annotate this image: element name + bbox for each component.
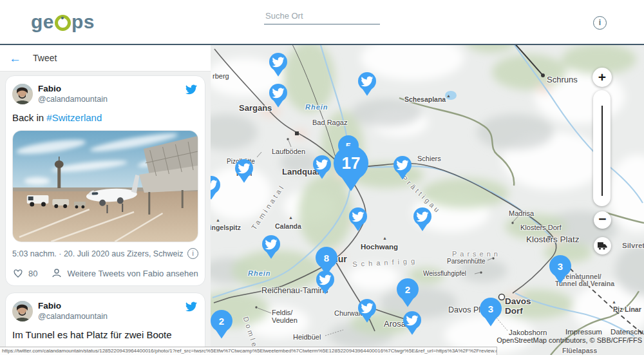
twitter-pin-marker[interactable]	[349, 207, 367, 231]
tweet-text: Im Tunnel es hat Platz für zwei Boote	[12, 329, 198, 341]
map-markers: 51782332	[211, 45, 644, 355]
sidebar-title: Tweet	[33, 53, 57, 63]
twitter-pin-marker[interactable]	[313, 155, 331, 179]
zoom-in-button[interactable]: +	[592, 68, 612, 87]
person-icon	[51, 267, 62, 279]
twitter-pin-marker[interactable]	[403, 311, 421, 335]
cluster-count: 2	[219, 316, 224, 327]
zoom-slider-track	[601, 106, 603, 196]
twitter-bird-icon[interactable]	[184, 84, 198, 95]
info-icon[interactable]: i	[593, 16, 607, 30]
heart-icon[interactable]	[12, 267, 24, 279]
train-layer-button[interactable]	[594, 237, 611, 254]
tweet-author-handle[interactable]: @calandamountain	[38, 312, 184, 322]
cluster-marker[interactable]: 3	[549, 255, 571, 284]
cluster-marker[interactable]: 17	[334, 146, 368, 191]
avatar	[12, 301, 33, 321]
cluster-count: 2	[405, 284, 410, 295]
cluster-count: 3	[558, 261, 563, 272]
impressum-link[interactable]: Impressum	[565, 328, 602, 336]
geops-map-app: rbergSargansRheinBad RagazSchrunsSchesap…	[0, 0, 644, 355]
browser-status-bar: https://twitter.com/calandamountain/stat…	[0, 347, 497, 355]
twitter-pin-marker[interactable]	[235, 159, 253, 183]
cluster-marker[interactable]: 2	[211, 310, 232, 339]
logo-text-ps: ps	[71, 10, 95, 34]
zoom-out-button[interactable]: −	[594, 211, 611, 229]
hashtag-link[interactable]: #Switzerland	[46, 112, 102, 123]
twitter-pin-marker[interactable]	[358, 299, 376, 323]
datenschutz-link[interactable]: Datenschutz	[611, 328, 644, 336]
tweet-card[interactable]: Fabio @calandamountain Back in #Switzerl…	[5, 75, 205, 286]
tweet-text: Back in #Switzerland	[12, 111, 198, 124]
tweet-photo-airport[interactable]	[12, 130, 198, 242]
twitter-pin-marker[interactable]	[413, 207, 431, 231]
logo-o-ring-icon	[55, 15, 71, 31]
twitter-pin-marker[interactable]	[316, 271, 334, 294]
cluster-count: 8	[324, 253, 329, 264]
like-count: 80	[28, 269, 37, 278]
more-tweets-link[interactable]: Weitere Tweets von Fabio ansehen	[67, 269, 198, 278]
tweet-list: Fabio @calandamountain Back in #Switzerl…	[0, 72, 211, 355]
tweet-card[interactable]: Fabio @calandamountain Im Tunnel es hat …	[5, 293, 205, 355]
map[interactable]: rbergSargansRheinBad RagazSchrunsSchesap…	[211, 45, 644, 355]
logo-text-ge: ge	[31, 10, 54, 34]
tweet-author-name[interactable]: Fabio	[38, 84, 184, 95]
twitter-pin-marker[interactable]	[269, 84, 287, 108]
cluster-marker[interactable]: 2	[397, 278, 419, 307]
cluster-count: 3	[488, 303, 493, 314]
tweet-author-handle[interactable]: @calandamountain	[38, 95, 184, 105]
twitter-pin-marker[interactable]	[393, 156, 412, 180]
twitter-bird-icon[interactable]	[184, 301, 198, 312]
sidebar-header: ← Tweet	[0, 45, 211, 72]
twitter-pin-marker[interactable]	[269, 53, 287, 77]
search-box	[264, 10, 380, 24]
back-arrow-icon[interactable]: ←	[9, 52, 21, 64]
train-icon	[597, 242, 608, 250]
geops-logo: geps	[31, 10, 95, 34]
map-copyright: OpenStreetMap contributors, © SBB/CFF/FF…	[497, 336, 642, 344]
tweet-sidebar: ← Tweet	[0, 45, 211, 355]
tweet-author-name[interactable]: Fabio	[38, 301, 184, 312]
zoom-slider[interactable]	[593, 90, 611, 206]
search-input[interactable]	[264, 10, 380, 21]
cluster-marker[interactable]: 3	[480, 298, 502, 327]
tweet-timestamp: 5:03 nachm. · 20. Juli 2020 aus Zizers, …	[12, 249, 183, 258]
twitter-pin-marker[interactable]	[211, 176, 220, 200]
cluster-count: 17	[342, 153, 361, 173]
twitter-pin-marker[interactable]	[262, 235, 280, 259]
tweet-info-icon[interactable]: i	[187, 248, 198, 259]
avatar	[12, 84, 33, 104]
attribution-links: Impressum Datenschutz	[565, 328, 644, 336]
twitter-pin-marker[interactable]	[358, 72, 376, 96]
app-header: geps i	[0, 0, 644, 45]
